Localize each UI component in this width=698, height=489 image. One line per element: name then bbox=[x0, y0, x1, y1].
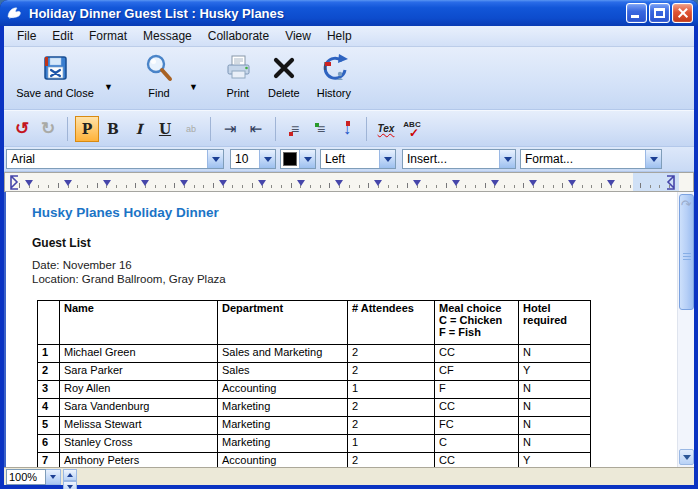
chevron-down-icon[interactable] bbox=[259, 150, 275, 168]
tab-stop-marker[interactable] bbox=[568, 180, 576, 186]
cell[interactable]: Sales bbox=[218, 363, 348, 381]
indent-button[interactable]: ⇥ bbox=[218, 116, 242, 142]
cell[interactable]: 6 bbox=[38, 435, 60, 453]
cell[interactable]: Melissa Stewart bbox=[60, 417, 218, 435]
cell[interactable]: 5 bbox=[38, 417, 60, 435]
menu-item-edit[interactable]: Edit bbox=[44, 27, 81, 45]
tab-stop-marker[interactable] bbox=[141, 180, 149, 186]
zoom-dropdown-button[interactable] bbox=[46, 469, 61, 485]
cell[interactable]: F bbox=[435, 381, 519, 399]
cell[interactable]: CC bbox=[435, 453, 519, 468]
bold-button[interactable]: B bbox=[101, 116, 125, 142]
format-combo[interactable]: Format... bbox=[520, 149, 662, 169]
cell[interactable]: Sales and Marketing bbox=[218, 345, 348, 363]
close-button[interactable] bbox=[672, 3, 693, 23]
doc-date-line[interactable]: Date: November 16 bbox=[32, 259, 132, 271]
cell[interactable]: Marketing bbox=[218, 399, 348, 417]
cell[interactable]: N bbox=[519, 417, 591, 435]
alignment-combo[interactable]: Left bbox=[320, 149, 396, 169]
cell[interactable]: Sara Vandenburg bbox=[60, 399, 218, 417]
minimize-button[interactable] bbox=[626, 3, 647, 23]
print-button[interactable]: Print bbox=[216, 51, 260, 105]
numbered-list-button[interactable]: ≡ bbox=[309, 116, 333, 142]
cell[interactable]: N bbox=[519, 435, 591, 453]
cell[interactable]: 2 bbox=[348, 417, 435, 435]
cell[interactable]: Y bbox=[519, 453, 591, 468]
cell[interactable]: Anthony Peters bbox=[60, 453, 218, 468]
menu-item-file[interactable]: File bbox=[9, 27, 44, 45]
ruler[interactable] bbox=[4, 172, 694, 192]
chevron-down-icon[interactable] bbox=[207, 150, 223, 168]
vertical-scrollbar[interactable]: ↷ bbox=[677, 192, 694, 467]
tab-stop-marker[interactable] bbox=[103, 180, 111, 186]
cell[interactable]: 7 bbox=[38, 453, 60, 468]
find-dropdown-caret[interactable]: ▼ bbox=[189, 82, 198, 92]
cell[interactable]: 2 bbox=[348, 345, 435, 363]
tab-stop-marker[interactable] bbox=[491, 180, 499, 186]
cell[interactable]: Marketing bbox=[218, 417, 348, 435]
tab-stop-marker[interactable] bbox=[335, 180, 343, 186]
history-button[interactable]: History bbox=[308, 51, 360, 105]
cell[interactable]: 2 bbox=[348, 363, 435, 381]
cell[interactable]: 1 bbox=[348, 435, 435, 453]
cell[interactable]: CC bbox=[435, 399, 519, 417]
cell[interactable]: N bbox=[519, 399, 591, 417]
insert-attachment-button[interactable]: ↓ bbox=[335, 116, 359, 142]
text-properties-button[interactable]: Tex bbox=[374, 116, 398, 142]
tab-stop-marker[interactable] bbox=[258, 180, 266, 186]
scrollbar-thumb[interactable]: ↷ bbox=[679, 194, 694, 310]
zoom-increase-button[interactable] bbox=[63, 469, 77, 481]
scroll-down-button[interactable] bbox=[679, 449, 694, 465]
cell[interactable]: Y bbox=[519, 363, 591, 381]
cell[interactable]: Accounting bbox=[218, 453, 348, 468]
tab-stop-marker[interactable] bbox=[180, 180, 188, 186]
cell[interactable]: FC bbox=[435, 417, 519, 435]
doc-subheading[interactable]: Guest List bbox=[32, 236, 91, 250]
menu-item-format[interactable]: Format bbox=[81, 27, 135, 45]
maximize-button[interactable] bbox=[649, 3, 670, 23]
tab-stop-marker[interactable] bbox=[25, 180, 33, 186]
chevron-down-icon[interactable] bbox=[379, 150, 395, 168]
undo-button[interactable]: ↺ bbox=[10, 116, 34, 142]
paragraph-style-button[interactable]: P bbox=[75, 116, 99, 142]
tab-stop-marker[interactable] bbox=[219, 180, 227, 186]
document-editor[interactable]: Husky Planes Holiday Dinner Guest List D… bbox=[4, 192, 677, 467]
insert-combo[interactable]: Insert... bbox=[402, 149, 516, 169]
doc-heading[interactable]: Husky Planes Holiday Dinner bbox=[32, 205, 219, 220]
tab-stop-marker[interactable] bbox=[413, 180, 421, 186]
cell[interactable]: N bbox=[519, 381, 591, 399]
bulleted-list-button[interactable]: ≡ bbox=[283, 116, 307, 142]
text-color-combo[interactable] bbox=[280, 149, 316, 169]
doc-location-line[interactable]: Location: Grand Ballroom, Gray Plaza bbox=[32, 273, 226, 285]
save-and-close-button[interactable]: Save and Close bbox=[10, 51, 100, 105]
menu-item-collaborate[interactable]: Collaborate bbox=[200, 27, 277, 45]
cell[interactable]: Accounting bbox=[218, 381, 348, 399]
cell[interactable]: Roy Allen bbox=[60, 381, 218, 399]
tab-stop-marker[interactable] bbox=[607, 180, 615, 186]
chevron-down-icon[interactable] bbox=[645, 150, 661, 168]
cell[interactable]: Stanley Cross bbox=[60, 435, 218, 453]
zoom-decrease-button[interactable] bbox=[63, 481, 77, 489]
cell[interactable]: 1 bbox=[348, 381, 435, 399]
italic-button[interactable]: I bbox=[127, 116, 151, 142]
chevron-down-icon[interactable] bbox=[299, 150, 315, 168]
delete-button[interactable]: Delete bbox=[260, 51, 308, 105]
cell[interactable]: Sara Parker bbox=[60, 363, 218, 381]
cell[interactable]: 3 bbox=[38, 381, 60, 399]
font-size-combo[interactable]: 10 bbox=[230, 149, 276, 169]
save-dropdown-caret[interactable]: ▼ bbox=[104, 82, 113, 92]
underline-button[interactable]: U bbox=[153, 116, 177, 142]
zoom-value[interactable]: 100% bbox=[6, 469, 46, 485]
menu-item-message[interactable]: Message bbox=[135, 27, 200, 45]
outdent-button[interactable]: ⇤ bbox=[244, 116, 268, 142]
cell[interactable]: 2 bbox=[348, 399, 435, 417]
cell[interactable]: CF bbox=[435, 363, 519, 381]
title-bar[interactable]: Holiday Dinner Guest List : Husky Planes bbox=[0, 0, 698, 26]
chevron-down-icon[interactable] bbox=[499, 150, 515, 168]
cell[interactable]: 4 bbox=[38, 399, 60, 417]
tab-stop-marker[interactable] bbox=[529, 180, 537, 186]
tab-stop-marker[interactable] bbox=[374, 180, 382, 186]
font-combo[interactable]: Arial bbox=[6, 149, 224, 169]
menu-item-help[interactable]: Help bbox=[319, 27, 360, 45]
right-margin-marker[interactable] bbox=[665, 175, 677, 190]
